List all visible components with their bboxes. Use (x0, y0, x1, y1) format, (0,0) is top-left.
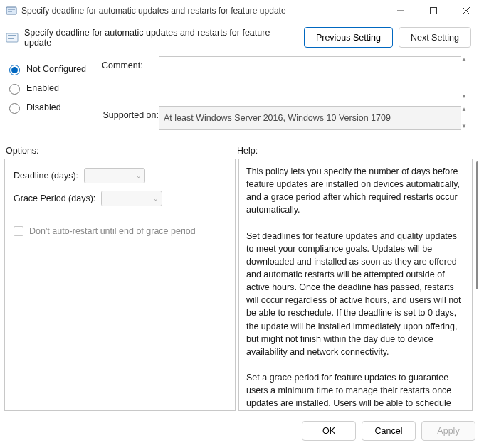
svg-rect-1 (8, 9, 15, 10)
comment-scrollbar[interactable]: ▲ ▼ (461, 56, 471, 100)
panels: Deadline (days): ⌵ Grace Period (days): … (0, 159, 484, 415)
scroll-down-icon: ▼ (461, 124, 471, 129)
config-area: Not Configured Enabled Disabled Comment:… (0, 53, 484, 130)
auto-restart-label: Don't auto-restart until end of grace pe… (29, 226, 196, 236)
radio-not-configured-label: Not Configured (26, 64, 86, 74)
scroll-up-icon: ▲ (461, 107, 471, 112)
grace-period-spinner[interactable]: ⌵ (101, 191, 162, 206)
titlebar: Specify deadline for automatic updates a… (0, 0, 484, 21)
radio-disabled-label: Disabled (26, 102, 61, 112)
previous-setting-button[interactable]: Previous Setting (304, 27, 393, 48)
radio-not-configured-input[interactable] (9, 65, 20, 75)
radio-enabled-input[interactable] (9, 84, 20, 95)
options-label: Options: (6, 146, 237, 156)
auto-restart-checkbox-row[interactable]: Don't auto-restart until end of grace pe… (14, 226, 226, 236)
ok-button[interactable]: OK (302, 421, 356, 441)
svg-rect-6 (8, 38, 14, 39)
help-text: This policy lets you specify the number … (238, 159, 473, 411)
deadline-label: Deadline (days): (14, 171, 78, 181)
section-labels: Options: Help: (0, 130, 484, 159)
deadline-spinner[interactable]: ⌵ (84, 168, 145, 183)
scrollbar-thumb[interactable] (476, 161, 478, 289)
supported-scrollbar[interactable]: ▲ ▼ (461, 106, 471, 130)
help-scrollbar[interactable] (474, 159, 480, 411)
svg-rect-5 (8, 35, 16, 36)
svg-rect-2 (8, 11, 12, 12)
supported-label: Supported on: (66, 100, 159, 130)
apply-button: Apply (421, 421, 475, 441)
supported-on-text: At least Windows Server 2016, Windows 10… (159, 106, 461, 130)
chevron-down-icon: ⌵ (154, 195, 157, 202)
minimize-button[interactable] (384, 0, 417, 21)
comment-textarea[interactable] (159, 56, 461, 100)
maximize-button[interactable] (417, 0, 450, 21)
help-label: Help: (237, 146, 471, 156)
radio-not-configured[interactable]: Not Configured (6, 59, 102, 78)
radio-disabled-input[interactable] (9, 103, 20, 114)
radio-enabled[interactable]: Enabled (6, 78, 102, 97)
header: Specify deadline for automatic updates a… (0, 21, 484, 53)
comment-label: Comment: (102, 56, 159, 100)
radio-enabled-label: Enabled (26, 83, 59, 93)
auto-restart-checkbox[interactable] (14, 226, 23, 236)
scroll-up-icon: ▲ (461, 57, 471, 63)
footer: OK Cancel Apply (0, 415, 484, 448)
options-panel: Deadline (days): ⌵ Grace Period (days): … (4, 159, 236, 411)
policy-icon (6, 31, 19, 44)
grace-period-label: Grace Period (days): (14, 193, 95, 203)
next-setting-button[interactable]: Next Setting (399, 27, 471, 48)
svg-rect-3 (431, 7, 437, 14)
app-icon (6, 5, 17, 16)
scroll-down-icon: ▼ (461, 94, 471, 100)
chevron-down-icon: ⌵ (137, 172, 140, 179)
window-title: Specify deadline for automatic updates a… (21, 6, 384, 16)
policy-title: Specify deadline for automatic updates a… (24, 28, 298, 48)
cancel-button[interactable]: Cancel (362, 421, 416, 441)
close-button[interactable] (450, 0, 483, 21)
